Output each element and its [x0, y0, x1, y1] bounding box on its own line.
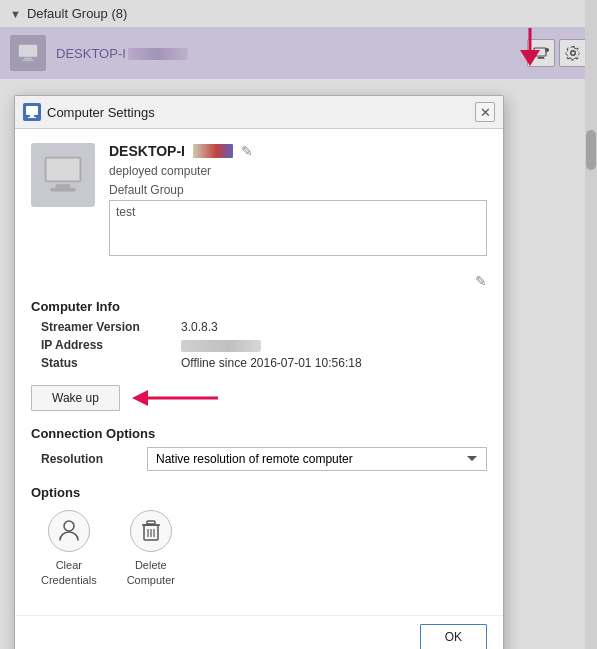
status-value: Offline since 2016-07-01 10:56:18 [181, 356, 362, 370]
computer-header: DESKTOP-I ✎ deployed computer Default Gr… [31, 143, 487, 263]
computer-info-heading: Computer Info [31, 299, 487, 314]
svg-rect-15 [50, 188, 76, 192]
svg-rect-13 [47, 159, 80, 181]
svg-rect-21 [147, 521, 155, 524]
dialog-body: DESKTOP-I ✎ deployed computer Default Gr… [15, 129, 503, 615]
options-heading: Options [31, 485, 487, 500]
resolution-row: Resolution Native resolution of remote c… [41, 447, 487, 471]
delete-computer-label: DeleteComputer [127, 558, 175, 587]
computer-settings-dialog: Computer Settings ✕ [14, 95, 504, 649]
computer-icon [31, 143, 95, 207]
clear-credentials-icon [48, 510, 90, 552]
dialog-title-icon [23, 103, 41, 121]
wakeup-arrow-annotation [130, 384, 220, 412]
dialog-title: Computer Settings [47, 105, 469, 120]
connection-options-heading: Connection Options [31, 426, 487, 441]
resolution-label: Resolution [41, 452, 131, 466]
streamer-version-value: 3.0.8.3 [181, 320, 218, 334]
computer-name-row: DESKTOP-I ✎ [109, 143, 487, 159]
delete-computer-icon [130, 510, 172, 552]
ok-button[interactable]: OK [420, 624, 487, 649]
computer-info-table: Streamer Version 3.0.8.3 IP Address Stat… [41, 320, 487, 370]
ip-address-label: IP Address [41, 338, 161, 352]
wakeup-button[interactable]: Wake up [31, 385, 120, 411]
computer-full-name: DESKTOP-I [109, 143, 185, 159]
svg-rect-10 [30, 115, 34, 117]
options-section: Options ClearCredentials [31, 485, 487, 587]
svg-rect-14 [56, 184, 71, 188]
edit-name-icon[interactable]: ✎ [241, 143, 253, 159]
dialog-footer: OK [15, 615, 503, 649]
desc-edit-icon[interactable]: ✎ [475, 273, 487, 289]
dialog-titlebar: Computer Settings ✕ [15, 96, 503, 129]
description-textarea[interactable]: test [109, 200, 487, 256]
modal-overlay: Computer Settings ✕ [0, 0, 597, 649]
streamer-version-label: Streamer Version [41, 320, 161, 334]
svg-marker-17 [132, 390, 148, 406]
options-icons-row: ClearCredentials [41, 510, 487, 587]
resolution-select[interactable]: Native resolution of remote computer 192… [147, 447, 487, 471]
clear-credentials-item[interactable]: ClearCredentials [41, 510, 97, 587]
ip-address-value [181, 338, 261, 352]
desc-edit-row: ✎ [31, 273, 487, 289]
streamer-version-row: Streamer Version 3.0.8.3 [41, 320, 487, 334]
ip-address-row: IP Address [41, 338, 487, 352]
status-row: Status Offline since 2016-07-01 10:56:18 [41, 356, 487, 370]
dialog-close-button[interactable]: ✕ [475, 102, 495, 122]
svg-rect-9 [26, 106, 38, 115]
computer-name-color-block [193, 144, 233, 158]
computer-details: DESKTOP-I ✎ deployed computer Default Gr… [109, 143, 487, 263]
svg-point-18 [64, 521, 74, 531]
svg-rect-11 [28, 117, 36, 118]
deployed-label: deployed computer [109, 162, 487, 181]
clear-credentials-label: ClearCredentials [41, 558, 97, 587]
status-label: Status [41, 356, 161, 370]
background-area: ▼ Default Group (8) DESKTOP-I [0, 0, 597, 649]
group-label: Default Group [109, 181, 487, 200]
delete-computer-item[interactable]: DeleteComputer [127, 510, 175, 587]
connection-options-section: Connection Options Resolution Native res… [31, 426, 487, 471]
wakeup-area: Wake up [31, 384, 487, 412]
